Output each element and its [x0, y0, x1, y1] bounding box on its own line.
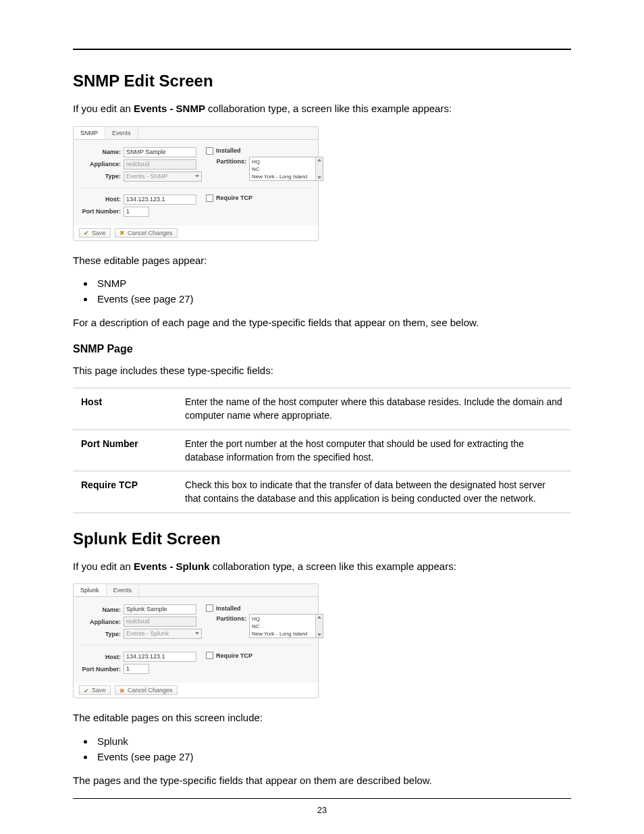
partition-item[interactable]: NC	[252, 623, 321, 630]
cancel-button[interactable]: ✖ Cancel Changes	[115, 685, 178, 695]
type-select[interactable]: Events - Splunk	[124, 629, 202, 639]
installed-checkbox[interactable]	[206, 147, 213, 155]
label-host: Host:	[80, 654, 124, 660]
require-tcp-label: Require TCP	[216, 652, 252, 659]
splunk-edit-screenshot: Splunk Events Name: Splunk Sample Applia…	[73, 583, 319, 698]
snmp-fields-table: Host Enter the name of the host computer…	[73, 388, 571, 513]
list-item: SNMP	[95, 278, 571, 289]
port-number-field[interactable]: 1	[124, 207, 149, 217]
label-partitions: Partitions:	[206, 614, 249, 622]
label-appliance: Appliance:	[80, 161, 124, 167]
label-port: Port Number:	[80, 666, 124, 673]
require-tcp-checkbox[interactable]	[206, 652, 213, 659]
appliance-field[interactable]: redcloud	[124, 617, 196, 627]
host-field[interactable]: 134.123.123.1	[124, 194, 196, 205]
tab-events[interactable]: Events	[105, 127, 138, 139]
partition-item[interactable]: HQ	[252, 158, 321, 165]
snmp-page-heading: SNMP Page	[73, 343, 571, 355]
save-button[interactable]: ✔ Save	[79, 228, 111, 238]
field-desc: Check this box to indicate that the tran…	[177, 471, 571, 513]
list-item: Events (see page 27)	[95, 751, 571, 762]
pages-intro-splunk: The editable pages on this screen includ…	[73, 710, 571, 726]
intro-text: If you edit an	[73, 103, 134, 114]
top-rule	[73, 49, 571, 50]
partition-item[interactable]: New York - Long Island Warehouse	[252, 630, 321, 638]
intro-suffix: collaboration type, a screen like this e…	[210, 561, 456, 572]
port-number-field[interactable]: 1	[124, 664, 149, 674]
tab-events[interactable]: Events	[107, 584, 140, 596]
label-appliance: Appliance:	[80, 619, 124, 625]
cancel-button[interactable]: ✖ Cancel Changes	[115, 228, 178, 238]
list-item: Splunk	[95, 735, 571, 747]
save-button[interactable]: ✔ Save	[79, 685, 111, 695]
check-icon: ✔	[84, 230, 90, 236]
cancel-label: Cancel Changes	[128, 230, 173, 236]
installed-checkbox[interactable]	[206, 604, 213, 612]
cancel-label: Cancel Changes	[128, 687, 173, 694]
table-row: Port Number Enter the port number at the…	[73, 429, 571, 471]
pages-list-snmp: SNMP Events (see page 27)	[95, 278, 571, 305]
require-tcp-label: Require TCP	[216, 194, 252, 201]
label-type: Type:	[80, 173, 124, 180]
partition-item[interactable]: New York - Long Island Warehouse	[252, 173, 321, 181]
label-host: Host:	[80, 196, 124, 203]
label-partitions: Partitions:	[206, 157, 249, 165]
host-field[interactable]: 134.123.123.1	[124, 652, 196, 662]
tab-splunk[interactable]: Splunk	[74, 584, 107, 596]
label-name: Name:	[80, 149, 124, 155]
field-name: Require TCP	[73, 471, 177, 513]
pages-list-splunk: Splunk Events (see page 27)	[95, 735, 571, 762]
desc-para-splunk: The pages and the type-specific fields t…	[73, 773, 571, 789]
footer-rule	[73, 798, 571, 799]
field-name: Host	[73, 388, 177, 430]
intro-suffix: collaboration type, a screen like this e…	[205, 103, 452, 114]
field-desc: Enter the port number at the host comput…	[177, 429, 571, 471]
snmp-edit-screenshot: SNMP Events Name: SNMP Sample Appliance:…	[73, 126, 319, 241]
partitions-list[interactable]: HQ NC New York - Long Island Warehouse	[249, 157, 323, 181]
intro-text: If you edit an	[73, 561, 134, 572]
check-icon: ✔	[84, 687, 90, 694]
intro-bold: Events - SNMP	[134, 103, 205, 114]
save-label: Save	[92, 687, 106, 694]
heading-snmp: SNMP Edit Screen	[73, 72, 571, 90]
intro-bold: Events - Splunk	[134, 561, 210, 572]
table-row: Host Enter the name of the host computer…	[73, 388, 571, 430]
list-item: Events (see page 27)	[95, 293, 571, 305]
label-type: Type:	[80, 631, 124, 637]
partitions-list[interactable]: HQ NC New York - Long Island Warehouse	[249, 614, 323, 638]
type-select[interactable]: Events - SNMP	[124, 172, 202, 182]
tabs: Splunk Events	[74, 584, 318, 597]
scrollbar[interactable]	[315, 615, 323, 637]
appliance-field[interactable]: redcloud	[124, 159, 196, 170]
name-field[interactable]: SNMP Sample	[124, 147, 196, 157]
page-number: 23	[0, 805, 644, 815]
installed-label: Installed	[216, 605, 241, 612]
tabs: SNMP Events	[74, 127, 318, 140]
label-port: Port Number:	[80, 208, 124, 215]
installed-label: Installed	[216, 147, 241, 154]
desc-para-snmp: For a description of each page and the t…	[73, 315, 571, 331]
cancel-icon: ✖	[119, 230, 126, 236]
intro-snmp: If you edit an Events - SNMP collaborati…	[73, 101, 571, 117]
table-row: Require TCP Check this box to indicate t…	[73, 471, 571, 513]
partition-item[interactable]: NC	[252, 165, 321, 173]
heading-splunk: Splunk Edit Screen	[73, 529, 571, 548]
label-name: Name:	[80, 606, 124, 613]
require-tcp-checkbox[interactable]	[206, 194, 213, 202]
partition-item[interactable]: HQ	[252, 615, 321, 623]
field-desc: Enter the name of the host computer wher…	[177, 388, 571, 430]
intro-splunk: If you edit an Events - Splunk collabora…	[73, 559, 571, 575]
save-label: Save	[92, 230, 106, 236]
snmp-page-intro: This page includes these type-specific f…	[73, 363, 571, 379]
tab-snmp[interactable]: SNMP	[74, 127, 105, 139]
name-field[interactable]: Splunk Sample	[124, 604, 196, 615]
pages-intro-snmp: These editable pages appear:	[73, 253, 571, 269]
scrollbar[interactable]	[315, 157, 323, 180]
cancel-icon: ✖	[119, 687, 126, 694]
field-name: Port Number	[73, 429, 177, 471]
